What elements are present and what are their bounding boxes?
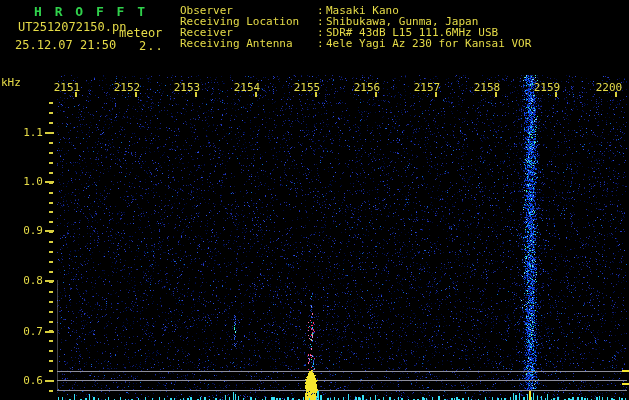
time-tick-label: 2152 [114, 81, 141, 94]
station-info: Observer:Masaki Kano Receiving Location:… [180, 4, 531, 48]
time-tick-label: 2200 [596, 81, 623, 94]
antenna-label: Receiving Antenna [180, 37, 317, 50]
observer-row: Observer:Masaki Kano [180, 4, 531, 15]
freq-tick-label: 0.9 [16, 224, 43, 237]
output-filename: UT2512072150.pn [18, 21, 126, 33]
spectrogram-canvas [0, 0, 629, 400]
time-tick-label: 2156 [354, 81, 381, 94]
time-tick-label: 2158 [474, 81, 501, 94]
antenna-row: Receiving Antenna:4ele Yagi Az 230 for K… [180, 37, 531, 48]
time-tick-label: 2153 [174, 81, 201, 94]
app-title: H R O F F T [34, 5, 148, 18]
freq-tick-label: 1.0 [16, 175, 43, 188]
observation-datetime: 25.12.07 21:50 [15, 39, 116, 51]
meteor-mode-label: meteor [119, 27, 162, 39]
progress-counter: 2.. [139, 40, 164, 52]
location-row: Receiving Location:Shibukawa, Gunma, Jap… [180, 15, 531, 26]
antenna-value: 4ele Yagi Az 230 for Kansai VOR [326, 37, 531, 50]
separator: : [317, 37, 326, 50]
hrofft-screen: H R O F F T UT2512072150.pn meteor 25.12… [0, 0, 629, 400]
freq-tick-label: 1.1 [16, 126, 43, 139]
freq-tick-label: 0.8 [16, 274, 43, 287]
freq-tick-label: 0.6 [16, 374, 43, 387]
time-tick-label: 2155 [294, 81, 321, 94]
freq-tick-label: 0.7 [16, 325, 43, 338]
time-tick-label: 2157 [414, 81, 441, 94]
time-tick-label: 2159 [534, 81, 561, 94]
receiver-row: Receiver:SDR# 43dB L15 111.6MHz USB [180, 26, 531, 37]
freq-axis-unit: kHz [1, 77, 21, 88]
time-tick-label: 2151 [54, 81, 81, 94]
time-tick-label: 2154 [234, 81, 261, 94]
